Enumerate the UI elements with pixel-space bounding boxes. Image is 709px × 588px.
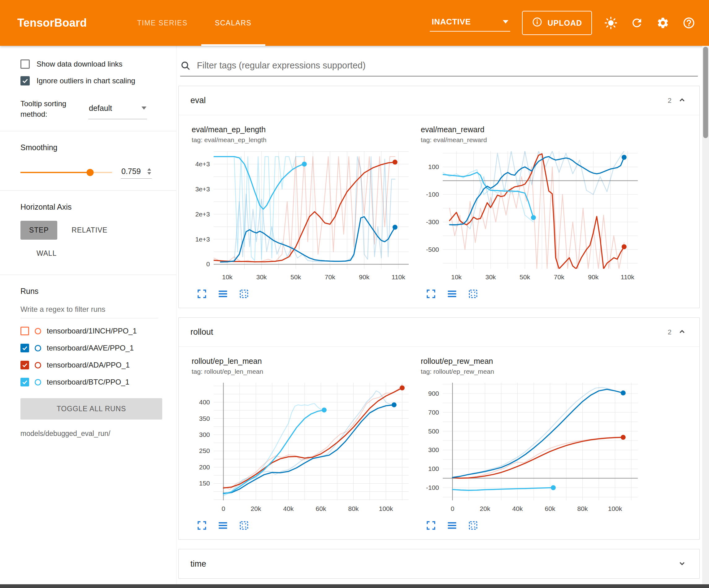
smoothing-value-input[interactable] — [121, 167, 144, 176]
section-header-time[interactable]: time — [179, 549, 700, 579]
fit-domain-button[interactable] — [467, 519, 479, 532]
data-table-icon — [446, 288, 457, 300]
axis-relative-button[interactable]: RELATIVE — [63, 221, 116, 240]
svg-text:350: 350 — [199, 415, 210, 422]
tab-time-series[interactable]: TIME SERIES — [124, 0, 201, 46]
svg-text:30k: 30k — [485, 274, 496, 281]
reload-button[interactable] — [630, 16, 644, 30]
run-row-1inch[interactable]: tensorboard/1INCH/PPO_1 — [21, 327, 167, 335]
section-header-rollout[interactable]: rollout 2 — [179, 318, 700, 347]
brightness-toggle-button[interactable] — [604, 16, 618, 30]
help-icon — [682, 17, 695, 29]
run-row-aave[interactable]: tensorboard/AAVE/PPO_1 — [21, 344, 167, 352]
chart-plot[interactable]: 020k40k60k80k100k-100100300500700900 — [421, 379, 641, 515]
smoothing-slider-knob[interactable] — [86, 169, 94, 176]
horizontal-scrollbar[interactable] — [0, 584, 709, 588]
chart-plot[interactable]: 020k40k60k80k100k150200250300350400 — [192, 379, 412, 515]
run-label: tensorboard/1INCH/PPO_1 — [47, 327, 137, 335]
info-icon — [532, 17, 543, 29]
collapse-section-button[interactable] — [677, 95, 688, 106]
run-checkbox[interactable] — [21, 361, 29, 369]
stepper-arrows-icon[interactable] — [148, 168, 151, 175]
svg-text:0: 0 — [451, 505, 454, 512]
run-checkbox[interactable] — [21, 344, 29, 352]
settings-button[interactable] — [656, 16, 670, 30]
runs-directory-label: models/debugged_eval_run/ — [21, 430, 167, 438]
svg-text:80k: 80k — [577, 505, 588, 512]
fullscreen-icon — [425, 520, 437, 531]
section-count-badge: 2 — [668, 97, 672, 105]
svg-text:10k: 10k — [222, 274, 233, 281]
svg-text:250: 250 — [199, 447, 210, 454]
run-checkbox[interactable] — [21, 378, 29, 386]
fit-domain-button[interactable] — [237, 519, 251, 532]
axis-wall-button[interactable]: WALL — [28, 244, 65, 263]
run-color-indicator — [35, 379, 41, 385]
toggle-all-runs-button[interactable]: TOGGLE ALL RUNS — [21, 398, 162, 419]
vertical-scrollbar-thumb[interactable] — [703, 47, 708, 138]
expand-section-button[interactable] — [677, 558, 688, 570]
run-row-ada[interactable]: tensorboard/ADA/PPO_1 — [21, 361, 167, 369]
show-download-links-row[interactable]: Show data download links — [21, 59, 167, 69]
svg-text:100: 100 — [428, 163, 439, 170]
chart-actions — [195, 287, 412, 300]
run-color-indicator — [35, 345, 41, 352]
gear-icon — [656, 17, 669, 29]
section-card-time: time — [178, 549, 700, 579]
chevron-up-icon — [677, 95, 687, 105]
chart-plot[interactable]: 10k30k50k70k90k110k100-100-300-500 — [421, 147, 641, 284]
view-data-table-button[interactable] — [446, 287, 458, 300]
section-body-eval: eval/mean_ep_length tag: eval/mean_ep_le… — [179, 115, 700, 308]
svg-text:60k: 60k — [316, 505, 326, 512]
chart-tag: tag: rollout/ep_len_mean — [192, 368, 412, 375]
chevron-up-icon — [677, 327, 687, 337]
fit-domain-button[interactable] — [467, 287, 479, 300]
view-data-table-button[interactable] — [216, 519, 230, 532]
collapse-section-button[interactable] — [677, 326, 688, 338]
fit-domain-icon — [238, 520, 250, 531]
help-button[interactable] — [682, 16, 696, 30]
axis-step-button[interactable]: STEP — [21, 221, 57, 240]
smoothing-control — [21, 166, 167, 179]
chart-title: eval/mean_ep_length — [192, 125, 412, 134]
smoothing-slider-fill — [21, 172, 90, 173]
ignore-outliers-checkbox[interactable] — [21, 76, 30, 85]
view-data-table-button[interactable] — [446, 519, 458, 532]
run-row-btc[interactable]: tensorboard/BTC/PPO_1 — [21, 378, 167, 386]
expand-chart-button[interactable] — [195, 519, 208, 532]
svg-text:3e+3: 3e+3 — [195, 185, 210, 193]
chart-tag: tag: eval/mean_ep_length — [192, 136, 412, 144]
vertical-scrollbar — [702, 46, 709, 584]
tag-filter-input[interactable] — [196, 60, 698, 71]
tooltip-sorting-row: Tooltip sorting method: default — [21, 99, 167, 119]
expand-chart-button[interactable] — [195, 287, 208, 300]
run-checkbox[interactable] — [21, 327, 29, 335]
run-label: tensorboard/ADA/PPO_1 — [47, 361, 130, 369]
status-dropdown-value: INACTIVE — [431, 17, 471, 27]
svg-text:0: 0 — [206, 260, 210, 267]
runs-filter-input[interactable] — [21, 302, 158, 318]
tooltip-sorting-value: default — [89, 104, 112, 113]
svg-text:20k: 20k — [480, 505, 491, 512]
expand-chart-button[interactable] — [424, 519, 438, 532]
status-dropdown[interactable]: INACTIVE — [430, 15, 510, 32]
tooltip-sorting-select[interactable]: default — [88, 100, 147, 119]
svg-text:40k: 40k — [283, 505, 294, 512]
svg-text:80k: 80k — [348, 505, 359, 512]
data-table-icon — [446, 520, 457, 531]
show-download-links-checkbox[interactable] — [21, 59, 30, 69]
smoothing-slider[interactable] — [21, 172, 112, 173]
chart-card-rollout-ep-rew-mean: rollout/ep_rew_mean tag: rollout/ep_rew_… — [421, 357, 641, 532]
tab-scalars[interactable]: SCALARS — [201, 0, 265, 46]
view-data-table-button[interactable] — [216, 287, 230, 300]
expand-chart-button[interactable] — [424, 287, 438, 300]
chart-plot[interactable]: 10k30k50k70k90k110k01e+32e+33e+34e+3 — [192, 147, 412, 284]
chart-title: eval/mean_reward — [421, 125, 641, 134]
upload-button[interactable]: UPLOAD — [522, 11, 592, 35]
section-header-eval[interactable]: eval 2 — [179, 86, 700, 115]
ignore-outliers-row[interactable]: Ignore outliers in chart scaling — [21, 76, 167, 85]
chart-title: rollout/ep_rew_mean — [421, 357, 641, 366]
svg-text:4e+3: 4e+3 — [195, 160, 210, 168]
fit-domain-button[interactable] — [237, 287, 251, 300]
svg-text:30k: 30k — [256, 274, 267, 281]
